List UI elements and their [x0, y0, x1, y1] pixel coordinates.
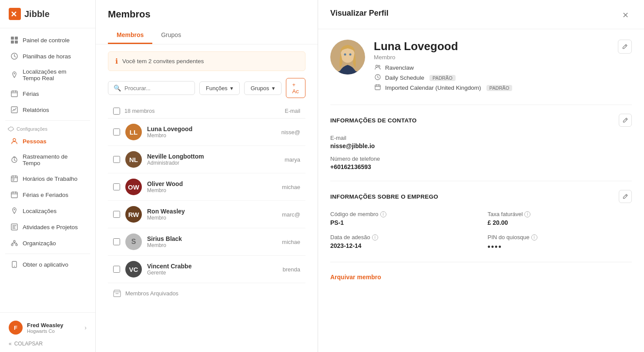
svg-rect-4 [11, 41, 14, 44]
sidebar-item-time-tracking[interactable]: Rastreamento de Tempo [3, 149, 93, 170]
member-checkbox-3[interactable] [113, 211, 120, 218]
tabs-bar: Membros Grupos [108, 27, 305, 44]
filter-funcoes-button[interactable]: Funções ▾ [199, 81, 240, 95]
sidebar-nav: Painel de controle Planilhas de horas Lo… [0, 28, 95, 312]
member-checkbox-4[interactable] [113, 238, 120, 245]
sidebar-label-organization: Organização [23, 240, 56, 247]
join-date-label: Data de adesão i [330, 234, 475, 240]
sidebar-item-timesheets[interactable]: Planilhas de horas [3, 48, 93, 64]
billable-rate-info-icon[interactable]: i [524, 211, 530, 217]
table-row[interactable]: S Sirius Black Membro michae [108, 228, 305, 256]
svg-point-26 [376, 65, 378, 68]
table-row[interactable]: LL Luna Lovegood Membro nisse@ [108, 118, 305, 146]
member-code-field: Código de membro i PS-1 [330, 211, 475, 226]
svg-rect-2 [11, 37, 14, 40]
member-name-4: Sirius Black [147, 235, 277, 242]
member-email-4: michae [282, 239, 300, 245]
current-user-name: Fred Weasley [27, 322, 80, 328]
timesheets-icon [10, 52, 18, 60]
get-app-icon [10, 261, 18, 268]
archive-member-button[interactable]: Arquivar membro [330, 271, 381, 283]
sidebar-label-timesheets: Planilhas de horas [23, 53, 71, 60]
member-checkbox-0[interactable] [113, 129, 120, 135]
pending-text: Você tem 2 convites pendentes [122, 58, 204, 64]
archived-members-row[interactable]: Membros Arquivados [108, 283, 305, 303]
search-box: 🔍 [108, 81, 195, 95]
member-name-3: Ron Weasley [147, 208, 277, 215]
avatar: NL [125, 151, 142, 168]
sidebar-item-dashboard[interactable]: Painel de controle [3, 32, 93, 48]
sidebar-item-reports[interactable]: Relatórios [3, 102, 93, 118]
table-row[interactable]: NL Neville Longbottom Administrador mary… [108, 146, 305, 173]
edit-employment-icon [622, 193, 628, 200]
phone-field: Número de telefone +60162136593 [330, 156, 632, 170]
member-info-3: Ron Weasley Membro [147, 208, 277, 221]
email-col-header: E-mail [285, 108, 300, 114]
locations-menu-icon [10, 207, 18, 215]
member-checkbox-5[interactable] [113, 266, 120, 273]
sidebar-item-work-schedules[interactable]: Horários de Trabalho [3, 171, 93, 186]
member-info-2: Oliver Wood Membro [147, 180, 277, 193]
calendar-badge: PADRÃO [486, 85, 513, 91]
edit-employment-button[interactable] [619, 190, 632, 203]
kiosk-pin-info-icon[interactable]: i [531, 234, 537, 240]
svg-point-7 [14, 73, 15, 74]
current-user-info: Fred Weasley Hogwarts Co [27, 322, 80, 334]
member-checkbox-1[interactable] [113, 156, 120, 163]
divider-1 [330, 105, 632, 105]
profile-avatar [330, 40, 365, 74]
profile-panel-title: Visualizar Perfil [330, 9, 389, 18]
filter-grupos-button[interactable]: Grupos ▾ [244, 81, 282, 95]
phone-value: +60162136593 [330, 163, 632, 170]
tab-groups[interactable]: Grupos [152, 27, 190, 44]
filter-grupos-label: Grupos [251, 85, 269, 91]
avatar: OW [125, 179, 142, 195]
sidebar-item-locations-menu[interactable]: Localizações [3, 203, 93, 219]
employment-section-title: INFORMAÇÕES SOBRE O EMPREGO [330, 193, 438, 200]
archived-label: Membros Arquivados [125, 290, 178, 297]
profile-name: Luna Lovegood [374, 40, 632, 53]
select-all-checkbox[interactable] [113, 108, 120, 115]
sidebar-item-leaves-holidays[interactable]: Férias e Feriados [3, 187, 93, 203]
group-icon [374, 64, 382, 71]
table-row[interactable]: RW Ron Weasley Membro marc@ [108, 201, 305, 228]
search-input[interactable] [124, 85, 185, 91]
sidebar-item-activities[interactable]: Atividades e Projetos [3, 219, 93, 235]
table-row[interactable]: VC Vincent Crabbe Gerente brenda [108, 256, 305, 283]
kiosk-pin-value: •••• [488, 242, 632, 251]
edit-contact-button[interactable] [619, 114, 632, 127]
email-label: E-mail [330, 135, 632, 141]
current-user-row[interactable]: F Fred Weasley Hogwarts Co › [6, 317, 89, 338]
sidebar-label-activities: Atividades e Projetos [23, 224, 78, 230]
sidebar-item-locations-realtime[interactable]: Localizações em Tempo Real [3, 64, 93, 85]
settings-section-label: Configurações [0, 123, 95, 133]
sidebar-item-people[interactable]: Pessoas [3, 133, 93, 149]
svg-rect-3 [15, 37, 18, 40]
member-email-0: nisse@ [281, 129, 300, 135]
close-button[interactable]: ✕ [619, 9, 632, 22]
sidebar-item-organization[interactable]: Organização [3, 235, 93, 251]
sidebar-item-leaves[interactable]: Férias [3, 86, 93, 102]
member-checkbox-2[interactable] [113, 183, 120, 190]
member-role-4: Membro [147, 242, 277, 248]
avatar: VC [125, 261, 142, 278]
member-code-info-icon[interactable]: i [380, 211, 386, 217]
join-date-info-icon[interactable]: i [372, 234, 378, 240]
member-info-0: Luna Lovegood Membro [147, 125, 276, 139]
member-role-0: Membro [147, 132, 276, 139]
edit-profile-button[interactable] [618, 40, 632, 54]
search-icon: 🔍 [114, 85, 121, 91]
nav-divider [5, 120, 90, 121]
svg-rect-8 [11, 91, 17, 97]
sidebar-item-get-app[interactable]: Obter o aplicativo [3, 257, 93, 272]
tab-members[interactable]: Membros [108, 27, 152, 44]
collapse-button[interactable]: « COLAPSAR [6, 338, 89, 348]
sidebar-label-get-app: Obter o aplicativo [23, 261, 68, 268]
sidebar-label-locations-menu: Localizações [23, 208, 57, 214]
table-row[interactable]: OW Oliver Wood Membro michae [108, 173, 305, 201]
kiosk-pin-field: PIN do quiosque i •••• [488, 234, 632, 251]
avatar-image [330, 40, 365, 74]
kiosk-pin-label: PIN do quiosque i [488, 234, 632, 240]
svg-rect-13 [11, 192, 17, 198]
add-member-button[interactable]: + Ac [286, 78, 305, 98]
